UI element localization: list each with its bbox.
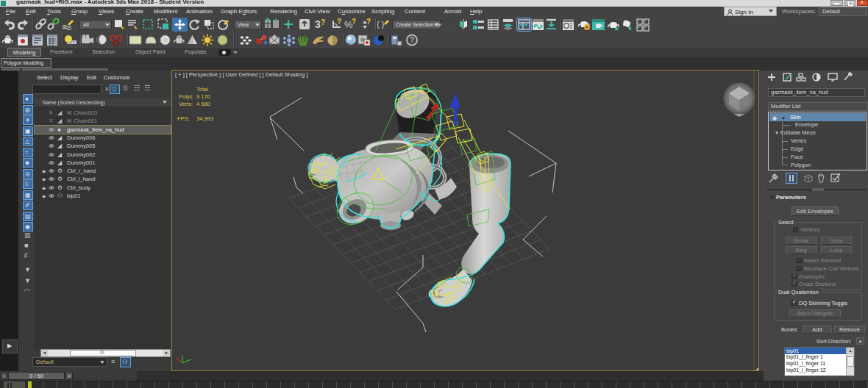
svg-text:?: ? <box>321 18 325 26</box>
svg-text:?: ? <box>352 18 356 26</box>
svg-text:?: ? <box>337 18 341 26</box>
svg-text:4 680: 4 680 <box>196 101 210 107</box>
svg-text:[ + ] [ Perspective ] [ User D: [ + ] [ Perspective ] [ User Defined ] [… <box>175 71 307 78</box>
svg-text:?: ? <box>366 18 371 26</box>
svg-text:FPS:: FPS: <box>177 115 190 122</box>
svg-text:Polys:: Polys: <box>179 93 193 100</box>
svg-text:?: ? <box>410 36 414 44</box>
svg-text:3: 3 <box>315 18 321 30</box>
svg-text:9 170: 9 170 <box>196 93 210 100</box>
svg-text:{ }: { } <box>377 20 385 29</box>
svg-text:34,993: 34,993 <box>196 115 213 122</box>
svg-text:HF: HF <box>316 41 321 46</box>
svg-text:Verts:: Verts: <box>179 101 193 107</box>
svg-text:Total: Total <box>196 86 208 93</box>
